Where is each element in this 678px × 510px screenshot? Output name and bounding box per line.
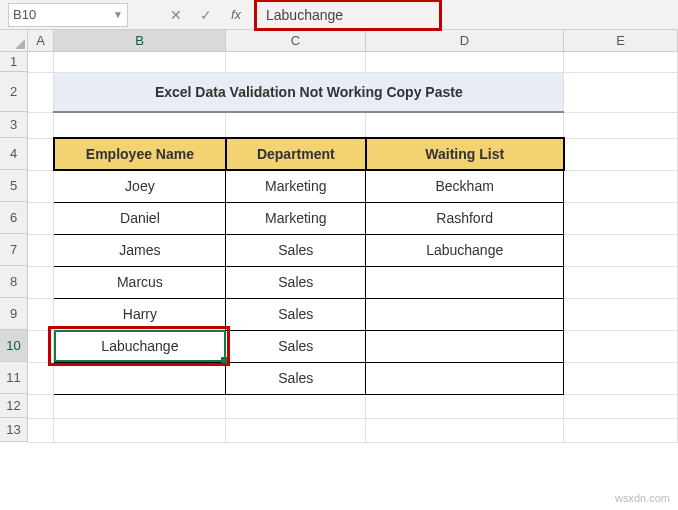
row-header-10[interactable]: 10 (0, 330, 28, 362)
cell-B10[interactable]: Labuchange (54, 330, 226, 362)
formula-bar: B10 ▼ ✕ ✓ fx Labuchange (0, 0, 678, 30)
cell-A1[interactable] (28, 52, 54, 72)
cell-E8[interactable] (564, 266, 678, 298)
cell-A12[interactable] (28, 394, 54, 418)
chevron-down-icon[interactable]: ▼ (113, 9, 123, 20)
row-header-11[interactable]: 11 (0, 362, 28, 394)
cell-D8[interactable] (366, 266, 564, 298)
fx-icon[interactable]: fx (228, 7, 244, 22)
name-box-value: B10 (13, 7, 36, 22)
cell-A10[interactable] (28, 330, 54, 362)
formula-input-value: Labuchange (262, 7, 343, 23)
select-all-button[interactable] (0, 30, 28, 52)
cell-C11[interactable]: Sales (226, 362, 366, 394)
cell-B13[interactable] (54, 418, 226, 442)
cell-E3[interactable] (564, 112, 678, 138)
cell-B1[interactable] (54, 52, 226, 72)
cell-A9[interactable] (28, 298, 54, 330)
row-header-3[interactable]: 3 (0, 112, 28, 138)
name-box[interactable]: B10 ▼ (8, 3, 128, 27)
cell-E6[interactable] (564, 202, 678, 234)
col-header-c[interactable]: C (226, 30, 366, 52)
cell-C7[interactable]: Sales (226, 234, 366, 266)
cell-E11[interactable] (564, 362, 678, 394)
cell-E2[interactable] (564, 72, 678, 112)
cell-D5[interactable]: Beckham (366, 170, 564, 202)
cell-B8[interactable]: Marcus (54, 266, 226, 298)
cell-D11[interactable] (366, 362, 564, 394)
cell-A13[interactable] (28, 418, 54, 442)
column-headers: ABCDE (28, 30, 678, 52)
row-headers: 12345678910111213 (0, 52, 28, 442)
cell-D9[interactable] (366, 298, 564, 330)
cell-D4[interactable]: Waiting List (366, 138, 564, 170)
cell-C13[interactable] (226, 418, 366, 442)
cell-B6[interactable]: Daniel (54, 202, 226, 234)
col-header-b[interactable]: B (54, 30, 226, 52)
cell-C3[interactable] (226, 112, 366, 138)
row-header-8[interactable]: 8 (0, 266, 28, 298)
cancel-icon[interactable]: ✕ (168, 7, 184, 23)
cell-C6[interactable]: Marketing (226, 202, 366, 234)
cell-A7[interactable] (28, 234, 54, 266)
cell-A4[interactable] (28, 138, 54, 170)
cell-C8[interactable]: Sales (226, 266, 366, 298)
row-header-9[interactable]: 9 (0, 298, 28, 330)
cell-E5[interactable] (564, 170, 678, 202)
formula-bar-icons: ✕ ✓ fx (168, 7, 244, 23)
cell-B11[interactable] (54, 362, 226, 394)
cell-D12[interactable] (366, 394, 564, 418)
cell-C4[interactable]: Department (226, 138, 366, 170)
cell-C1[interactable] (226, 52, 366, 72)
row-header-7[interactable]: 7 (0, 234, 28, 266)
cell-A11[interactable] (28, 362, 54, 394)
cell-E12[interactable] (564, 394, 678, 418)
cell-E4[interactable] (564, 138, 678, 170)
watermark: wsxdn.com (615, 492, 670, 504)
row-header-4[interactable]: 4 (0, 138, 28, 170)
col-header-d[interactable]: D (366, 30, 564, 52)
cell-C9[interactable]: Sales (226, 298, 366, 330)
cell-D10[interactable] (366, 330, 564, 362)
cell-B5[interactable]: Joey (54, 170, 226, 202)
row-header-1[interactable]: 1 (0, 52, 28, 72)
cell-B7[interactable]: James (54, 234, 226, 266)
col-header-e[interactable]: E (564, 30, 678, 52)
col-header-a[interactable]: A (28, 30, 54, 52)
cell-E1[interactable] (564, 52, 678, 72)
row-header-13[interactable]: 13 (0, 418, 28, 442)
cell-D3[interactable] (366, 112, 564, 138)
cell-B4[interactable]: Employee Name (54, 138, 226, 170)
row-header-12[interactable]: 12 (0, 394, 28, 418)
cell-D7[interactable]: Labuchange (366, 234, 564, 266)
cell-A5[interactable] (28, 170, 54, 202)
cell-E10[interactable] (564, 330, 678, 362)
cell-E13[interactable] (564, 418, 678, 442)
cell-B9[interactable]: Harry (54, 298, 226, 330)
cell-B2[interactable]: Excel Data Validation Not Working Copy P… (54, 72, 564, 112)
cells-area[interactable]: Excel Data Validation Not Working Copy P… (28, 52, 678, 510)
cell-B3[interactable] (54, 112, 226, 138)
cell-A8[interactable] (28, 266, 54, 298)
row-header-2[interactable]: 2 (0, 72, 28, 112)
cell-E9[interactable] (564, 298, 678, 330)
cell-C10[interactable]: Sales (226, 330, 366, 362)
cell-D1[interactable] (366, 52, 564, 72)
cell-E7[interactable] (564, 234, 678, 266)
cell-D13[interactable] (366, 418, 564, 442)
spreadsheet-grid: 12345678910111213 ABCDE Excel Data Valid… (0, 30, 678, 510)
cell-A2[interactable] (28, 72, 54, 112)
cell-B12[interactable] (54, 394, 226, 418)
cell-D6[interactable]: Rashford (366, 202, 564, 234)
cell-A6[interactable] (28, 202, 54, 234)
row-header-5[interactable]: 5 (0, 170, 28, 202)
cell-C12[interactable] (226, 394, 366, 418)
row-header-6[interactable]: 6 (0, 202, 28, 234)
enter-icon[interactable]: ✓ (198, 7, 214, 23)
cell-A3[interactable] (28, 112, 54, 138)
formula-input-wrap[interactable]: Labuchange (262, 3, 668, 27)
cell-C5[interactable]: Marketing (226, 170, 366, 202)
